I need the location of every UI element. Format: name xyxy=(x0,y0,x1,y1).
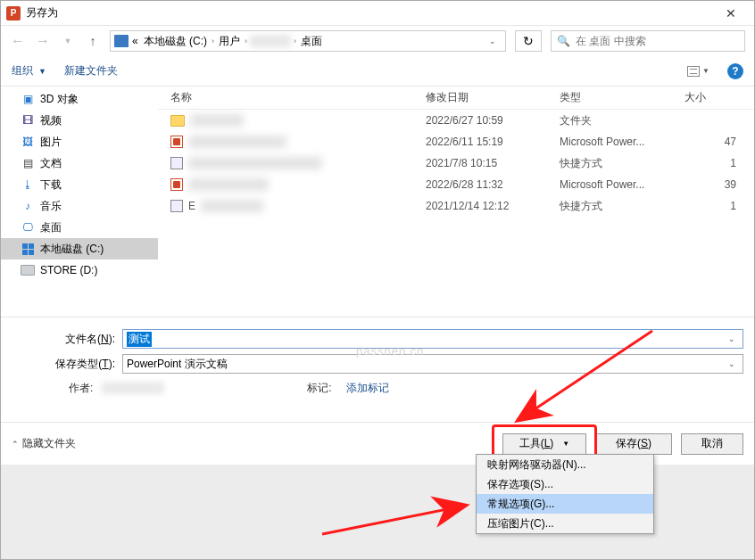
sidebar-item-documents[interactable]: ▤文档 xyxy=(1,152,158,174)
menu-general-options[interactable]: 常规选项(G)... xyxy=(477,494,653,514)
file-list: 名称 修改日期 类型 大小 2022/6/27 10:59 文件夹 2022/6… xyxy=(158,86,754,317)
chevron-down-icon[interactable]: ⌄ xyxy=(725,334,739,343)
caret-icon: ⌃ xyxy=(12,440,19,449)
crumb-2-redacted[interactable]: xxx xyxy=(250,35,291,47)
search-input[interactable]: 🔍 在 桌面 中搜索 xyxy=(551,30,745,52)
video-icon: 🎞 xyxy=(21,114,35,127)
filename-input[interactable]: 测试 ⌄ xyxy=(122,329,743,349)
sidebar-item-label: 文档 xyxy=(40,156,62,171)
cell-type: 文件夹 xyxy=(560,113,684,128)
sidebar-item-label: 图片 xyxy=(40,135,62,150)
sidebar-item-downloads[interactable]: ⭳下载 xyxy=(1,174,158,195)
file-rows: 2022/6/27 10:59 文件夹 2022/6/11 15:19 Micr… xyxy=(158,110,754,217)
col-type[interactable]: 类型 xyxy=(560,90,684,105)
col-date[interactable]: 修改日期 xyxy=(426,90,560,105)
cell-size: 39 xyxy=(684,178,754,191)
address-dropdown[interactable]: ⌄ xyxy=(484,37,502,45)
sidebar-item-label: 本地磁盘 (C:) xyxy=(40,242,104,257)
file-row[interactable]: 2022/6/27 10:59 文件夹 xyxy=(158,110,754,131)
new-folder-button[interactable]: 新建文件夹 xyxy=(64,63,118,78)
sidebar-item-label: STORE (D:) xyxy=(40,264,97,276)
filename-label: 文件名(N): xyxy=(12,332,115,347)
organize-button[interactable]: 组织 xyxy=(12,63,33,78)
sidebar-item-video[interactable]: 🎞视频 xyxy=(1,110,158,131)
save-button[interactable]: 保存(S) xyxy=(595,433,672,455)
tools-button[interactable]: 工具(L) ▼ xyxy=(502,433,586,455)
filename-redacted xyxy=(188,178,269,191)
ppt-icon xyxy=(170,178,183,191)
up-button[interactable]: ↑ xyxy=(85,34,101,48)
titlebar: P 另存为 ✕ xyxy=(1,1,754,26)
address-bar[interactable]: « 本地磁盘 (C:) › 用户 › xxx › 桌面 ⌄ xyxy=(110,30,506,52)
chevron-down-icon[interactable]: ⌄ xyxy=(725,359,739,368)
chevron-right-icon: › xyxy=(211,37,215,45)
crumb-3[interactable]: 桌面 xyxy=(299,34,324,49)
form-area: 文件名(N): 测试 ⌄ 保存类型(T): PowerPoint 演示文稿 ⌄ … xyxy=(1,317,754,405)
col-size[interactable]: 大小 xyxy=(684,90,754,105)
filename-redacted xyxy=(190,114,244,127)
navbar: ← → ▼ ↑ « 本地磁盘 (C:) › 用户 › xxx › 桌面 ⌄ ↻ … xyxy=(1,26,754,56)
cell-size: 47 xyxy=(684,136,754,148)
powerpoint-icon: P xyxy=(6,6,21,21)
shortcut-icon xyxy=(170,157,183,169)
col-name[interactable]: 名称 xyxy=(158,90,426,105)
refresh-button[interactable]: ↻ xyxy=(515,30,542,52)
main-area: ▣3D 对象 🎞视频 🖼图片 ▤文档 ⭳下载 ♪音乐 🖵桌面 本地磁盘 (C:)… xyxy=(1,86,754,317)
file-row[interactable]: 2022/6/11 15:19 Microsoft Power... 47 xyxy=(158,131,754,152)
back-button[interactable]: ← xyxy=(10,33,26,49)
savetype-label: 保存类型(T): xyxy=(12,357,115,372)
sidebar-item-store-d[interactable]: STORE (D:) xyxy=(1,259,158,281)
window-title: 另存为 xyxy=(26,5,713,21)
recent-locations-button[interactable]: ▼ xyxy=(60,37,76,45)
menu-compress-pictures[interactable]: 压缩图片(C)... xyxy=(477,514,653,533)
chevron-right-icon: › xyxy=(293,37,297,45)
sidebar-item-pictures[interactable]: 🖼图片 xyxy=(1,131,158,152)
chevron-right-icon: › xyxy=(244,37,248,45)
close-button[interactable]: ✕ xyxy=(713,6,749,21)
picture-icon: 🖼 xyxy=(21,136,35,148)
sidebar-item-label: 下载 xyxy=(40,177,62,193)
cube-icon: ▣ xyxy=(21,93,35,105)
menu-save-options[interactable]: 保存选项(S)... xyxy=(477,474,653,494)
organize-dropdown-icon[interactable]: ▼ xyxy=(38,67,46,76)
sidebar-item-label: 视频 xyxy=(40,113,62,128)
file-row[interactable]: 2022/6/28 11:32 Microsoft Power... 39 xyxy=(158,174,754,195)
sidebar-item-music[interactable]: ♪音乐 xyxy=(1,195,158,217)
menu-map-network-drive[interactable]: 映射网络驱动器(N)... xyxy=(477,455,653,474)
metadata-row: 作者: 标记: 添加标记 xyxy=(12,376,743,399)
crumb-0[interactable]: 本地磁盘 (C:) xyxy=(142,34,209,49)
cancel-button[interactable]: 取消 xyxy=(681,433,743,455)
sidebar: ▣3D 对象 🎞视频 🖼图片 ▤文档 ⭳下载 ♪音乐 🖵桌面 本地磁盘 (C:)… xyxy=(1,86,158,317)
drive-icon xyxy=(21,264,35,276)
tools-menu: 映射网络驱动器(N)... 保存选项(S)... 常规选项(G)... 压缩图片… xyxy=(476,454,654,534)
desktop-icon: 🖵 xyxy=(21,221,35,234)
add-tag-link[interactable]: 添加标记 xyxy=(346,381,389,396)
crumb-1[interactable]: 用户 xyxy=(217,34,242,49)
savetype-select[interactable]: PowerPoint 演示文稿 ⌄ xyxy=(122,354,743,374)
filename-value: 测试 xyxy=(127,332,152,347)
file-row[interactable]: 2021/7/8 10:15 快捷方式 1 xyxy=(158,152,754,174)
music-icon: ♪ xyxy=(21,200,35,212)
search-placeholder: 在 桌面 中搜索 xyxy=(576,34,646,49)
ppt-icon xyxy=(170,136,183,148)
help-button[interactable]: ? xyxy=(727,63,743,79)
hide-folders-toggle[interactable]: ⌃ 隐藏文件夹 xyxy=(12,436,76,451)
forward-button[interactable]: → xyxy=(35,33,51,49)
file-row[interactable]: E 2021/12/14 12:12 快捷方式 1 xyxy=(158,195,754,217)
cell-date: 2022/6/11 15:19 xyxy=(426,136,560,148)
crumb-prefix: « xyxy=(130,35,140,47)
search-icon: 🔍 xyxy=(557,35,570,47)
sidebar-item-desktop[interactable]: 🖵桌面 xyxy=(1,217,158,238)
shortcut-icon xyxy=(170,200,183,212)
download-icon: ⭳ xyxy=(21,178,35,191)
filename-redacted xyxy=(188,136,286,148)
sidebar-item-local-disk-c[interactable]: 本地磁盘 (C:) xyxy=(1,238,158,259)
column-headers: 名称 修改日期 类型 大小 xyxy=(158,86,754,110)
savetype-value: PowerPoint 演示文稿 xyxy=(127,357,725,372)
chevron-down-icon: ▼ xyxy=(562,440,569,448)
cell-type: 快捷方式 xyxy=(560,199,684,214)
document-icon: ▤ xyxy=(21,157,35,169)
cell-size: 1 xyxy=(684,157,754,169)
view-button[interactable]: ▼ xyxy=(687,66,709,77)
sidebar-item-3d[interactable]: ▣3D 对象 xyxy=(1,88,158,110)
